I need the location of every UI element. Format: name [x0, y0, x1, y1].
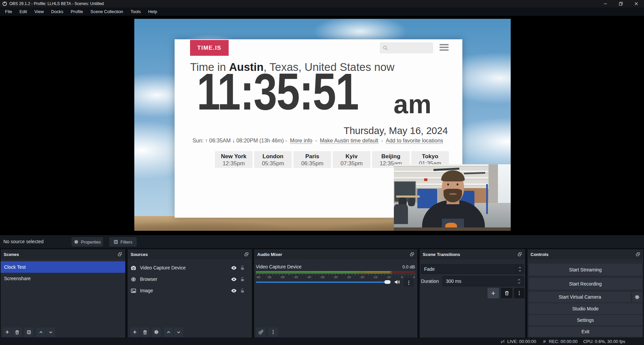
- popout-icon[interactable]: [410, 252, 414, 257]
- hamburger-icon: [440, 44, 449, 52]
- popout-icon[interactable]: [244, 252, 249, 257]
- lock-icon[interactable]: [240, 265, 245, 270]
- visibility-eye-icon[interactable]: [231, 276, 237, 283]
- vu-meter-left: [256, 271, 415, 272]
- source-properties-button[interactable]: [152, 328, 161, 337]
- source-item-video-capture[interactable]: Video Capture Device: [128, 262, 252, 273]
- city-name: New York: [215, 153, 252, 160]
- scene-transitions-header: Scene Transitions: [420, 249, 525, 259]
- lock-icon[interactable]: [240, 288, 245, 293]
- visibility-eye-icon[interactable]: [231, 265, 237, 271]
- transition-menu-button[interactable]: [514, 288, 524, 298]
- duration-spinner[interactable]: [516, 276, 522, 286]
- close-button[interactable]: [629, 0, 644, 7]
- volume-slider-track[interactable]: [256, 282, 386, 283]
- menu-docks[interactable]: Docks: [47, 7, 67, 16]
- menu-scene-collection[interactable]: Scene Collection: [87, 7, 127, 16]
- volume-slider-handle[interactable]: [384, 280, 390, 284]
- scene-label: Screenshare: [1, 276, 31, 281]
- menu-edit[interactable]: Edit: [16, 7, 31, 16]
- scale-label: -55: [267, 275, 271, 279]
- start-streaming-button[interactable]: Start Streaming: [529, 264, 642, 275]
- menu-view[interactable]: View: [31, 7, 47, 16]
- menu-profile[interactable]: Profile: [67, 7, 87, 16]
- city-box: London05:35pm: [254, 151, 292, 168]
- city-box: Kyiv07:35pm: [333, 151, 370, 168]
- filters-label: Filters: [121, 240, 132, 245]
- transition-select[interactable]: Fade: [421, 264, 524, 274]
- audio-mixer-header: Audio Mixer: [254, 249, 417, 259]
- camera-icon: [131, 265, 136, 271]
- audio-mixer-panel: Audio Mixer Video Capture Device 0.0 dB …: [254, 249, 417, 338]
- scale-label: -40: [307, 275, 311, 279]
- menu-help[interactable]: Help: [144, 7, 161, 16]
- remove-source-button[interactable]: [140, 328, 149, 337]
- scale-label: -50: [280, 275, 284, 279]
- source-item-image[interactable]: Image: [128, 285, 252, 296]
- start-recording-button[interactable]: Start Recording: [529, 278, 642, 290]
- mixer-channel-menu-button[interactable]: [404, 278, 414, 287]
- scene-up-button[interactable]: [36, 328, 45, 337]
- timeis-sun-info: Sun: ↑ 06:35AM ↓ 08:20PM (13h 46m) - Mor…: [185, 138, 452, 144]
- minimize-button[interactable]: [598, 0, 613, 7]
- scene-item-screenshare[interactable]: Screenshare: [1, 273, 125, 284]
- virtual-camera-settings-button[interactable]: [632, 292, 642, 302]
- preview-canvas: TIME.IS Time in Austin, Texas, United St…: [0, 16, 644, 235]
- advanced-audio-button[interactable]: [256, 328, 266, 337]
- scale-label: -35: [320, 275, 324, 279]
- properties-label: Properties: [81, 240, 101, 245]
- settings-button[interactable]: Settings: [529, 315, 642, 325]
- properties-button[interactable]: Properties: [72, 237, 103, 247]
- scene-item-clock-test[interactable]: Clock Test: [1, 261, 125, 273]
- source-label: Image: [140, 288, 153, 293]
- title-bar: OBS 29.1.2 - Profile: LLHLS BETA - Scene…: [0, 0, 644, 7]
- popout-icon[interactable]: [517, 252, 522, 257]
- scale-label: -60: [256, 275, 260, 279]
- exit-button[interactable]: Exit: [529, 327, 642, 337]
- controls-title: Controls: [531, 252, 548, 257]
- timeis-search-box: [380, 42, 433, 53]
- rec-time: REC: 00:00:00: [549, 339, 578, 344]
- scenes-panel: Scenes Clock Test Screenshare: [1, 249, 125, 338]
- remove-scene-button[interactable]: [12, 328, 21, 337]
- sources-header: Sources: [128, 249, 252, 259]
- duration-label: Duration: [421, 278, 439, 284]
- no-source-status: No source selected: [3, 235, 44, 248]
- vu-meter-right: [256, 272, 415, 273]
- city-time: 05:35pm: [254, 160, 292, 167]
- add-scene-button[interactable]: [3, 328, 12, 337]
- add-source-button[interactable]: [130, 328, 139, 337]
- city-name: Kyiv: [333, 153, 370, 160]
- city-box: Paris06:35pm: [293, 151, 331, 168]
- scene-down-button[interactable]: [46, 328, 55, 337]
- popout-icon[interactable]: [118, 252, 122, 257]
- webcam-table: [396, 196, 420, 198]
- audio-mixer-title: Audio Mixer: [257, 252, 282, 257]
- scene-filters-button[interactable]: [24, 328, 33, 337]
- visibility-eye-icon[interactable]: [231, 288, 237, 294]
- source-up-button[interactable]: [164, 328, 173, 337]
- controls-header: Controls: [527, 249, 643, 259]
- duration-spinbox[interactable]: 300 ms: [443, 276, 524, 286]
- add-transition-button[interactable]: [488, 288, 499, 298]
- scale-label: -45: [293, 275, 298, 279]
- mixer-menu-button[interactable]: [268, 328, 278, 337]
- transition-select-spinner[interactable]: [516, 265, 523, 273]
- source-toolbar: No source selected Properties Filters: [0, 235, 644, 248]
- source-down-button[interactable]: [174, 328, 183, 337]
- speaker-icon[interactable]: [394, 279, 400, 285]
- popout-icon[interactable]: [636, 252, 640, 257]
- lock-icon[interactable]: [240, 276, 245, 282]
- scene-label: Clock Test: [1, 264, 26, 270]
- filters-button[interactable]: Filters: [109, 237, 137, 247]
- source-item-browser[interactable]: Browser: [128, 273, 252, 285]
- studio-mode-button[interactable]: Studio Mode: [529, 303, 642, 314]
- scene-transitions-title: Scene Transitions: [423, 252, 460, 257]
- start-virtual-camera-button[interactable]: Start Virtual Camera: [529, 292, 631, 302]
- menu-tools[interactable]: Tools: [127, 7, 144, 16]
- preview-video[interactable]: TIME.IS Time in Austin, Texas, United St…: [134, 19, 511, 231]
- more-info-link: More info: [290, 138, 313, 144]
- restore-button[interactable]: [613, 0, 629, 7]
- menu-file[interactable]: File: [1, 7, 16, 16]
- remove-transition-button[interactable]: [501, 288, 512, 298]
